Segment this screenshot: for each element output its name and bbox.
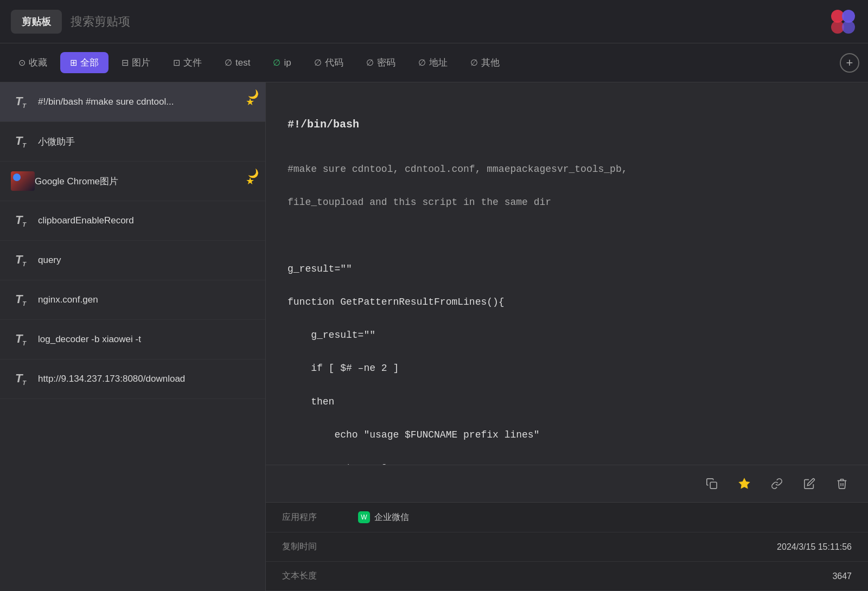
filter-bar: ⊙ 收藏 ⊞ 全部 ⊟ 图片 ⊡ 文件 ∅ test ∅ ip ∅ 代码 ∅ 密…	[0, 43, 868, 82]
list-item[interactable]: TT nginx.conf.gen	[0, 280, 265, 320]
main-area: TT #!/bin/bash #make sure cdntool... ★ 🌙…	[0, 82, 868, 591]
text-type-icon: TT	[11, 330, 30, 349]
code-line-7: function GetPatternResultFromLines(){	[288, 294, 846, 311]
search-input[interactable]	[71, 10, 829, 33]
list-item[interactable]: TT log_decoder -b xiaowei -t	[0, 320, 265, 359]
tab-all[interactable]: ⊞ 全部	[60, 52, 108, 73]
code-line-8: g_result=""	[288, 327, 846, 344]
list-item[interactable]: TT 小微助手	[0, 122, 265, 162]
app-label: 应用程序	[282, 512, 358, 523]
text-type-icon: TT	[11, 250, 30, 270]
clip-item-label: Google Chrome图片	[35, 175, 241, 188]
code-line-4: file_toupload and this script in the sam…	[288, 194, 846, 211]
text-type-icon: TT	[11, 369, 30, 389]
list-item[interactable]: TT #!/bin/bash #make sure cdntool... ★ 🌙	[0, 82, 265, 122]
code-line-11: echo "usage $FUNCNAME prefix lines"	[288, 427, 846, 444]
copy-time-value: 2024/3/15 15:11:56	[358, 542, 852, 552]
code-blank-1	[288, 228, 846, 245]
link-icon-code: ∅	[314, 57, 322, 68]
meta-app-row: 应用程序 W 企业微信	[266, 503, 868, 532]
wechat-work-icon: W	[358, 511, 370, 523]
clip-item-label: query	[38, 255, 254, 266]
svg-point-3	[842, 21, 855, 34]
action-bar	[266, 465, 868, 502]
text-length-value: 3647	[358, 571, 852, 581]
link-icon-password: ∅	[366, 57, 374, 68]
list-item[interactable]: TT query	[0, 241, 265, 280]
svg-marker-5	[739, 479, 749, 488]
app-value-container: W 企业微信	[358, 511, 409, 523]
app-name: 企业微信	[374, 512, 409, 523]
meta-length-row: 文本长度 3647	[266, 562, 868, 591]
header: 剪贴板	[0, 0, 868, 43]
meta-time-row: 复制时间 2024/3/15 15:11:56	[266, 532, 868, 562]
meta-info: 应用程序 W 企业微信 复制时间 2024/3/15 15:11:56 文本长度…	[266, 502, 868, 591]
text-type-icon: TT	[11, 290, 30, 310]
tab-files[interactable]: ⊡ 文件	[163, 52, 212, 73]
file-icon: ⊡	[173, 57, 180, 68]
text-type-icon: TT	[11, 132, 30, 151]
tab-code[interactable]: ∅ 代码	[304, 52, 353, 73]
delete-button[interactable]	[832, 474, 852, 493]
code-line-3: #make sure cdntool, cdntool.conf, mmaepa…	[288, 161, 846, 178]
clip-item-label: clipboardEnableRecord	[38, 215, 254, 226]
logo-button[interactable]: 剪贴板	[11, 10, 62, 34]
text-length-label: 文本长度	[282, 570, 358, 582]
tab-favorites[interactable]: ⊙ 收藏	[9, 52, 57, 73]
link-button[interactable]	[767, 474, 787, 493]
detail-panel: #!/bin/bash #make sure cdntool, cdntool.…	[266, 82, 868, 591]
text-type-icon: TT	[11, 92, 30, 112]
camera-icon: ⊙	[18, 57, 25, 68]
app-logo	[829, 8, 857, 36]
tab-address[interactable]: ∅ 地址	[409, 52, 457, 73]
svg-rect-4	[710, 482, 717, 489]
tab-test[interactable]: ∅ test	[215, 53, 260, 73]
tab-ip[interactable]: ∅ ip	[263, 53, 301, 73]
clip-item-label: #!/bin/bash #make sure cdntool...	[38, 97, 241, 107]
code-line-9: if [ $# –ne 2 ]	[288, 360, 846, 377]
clip-item-label: log_decoder -b xiaowei -t	[38, 334, 254, 345]
add-filter-button[interactable]: +	[840, 53, 859, 73]
link-icon-other: ∅	[470, 57, 478, 68]
text-type-icon: TT	[11, 211, 30, 230]
star-button[interactable]	[735, 474, 754, 493]
copy-button[interactable]	[702, 474, 722, 493]
tab-password[interactable]: ∅ 密码	[356, 52, 405, 73]
code-line-6: g_result=""	[288, 261, 846, 278]
pinned-icon: 🌙	[248, 168, 259, 178]
link-icon-test: ∅	[225, 57, 232, 68]
copy-time-label: 复制时间	[282, 541, 358, 553]
code-preview: #!/bin/bash #make sure cdntool, cdntool.…	[266, 82, 868, 465]
tab-images[interactable]: ⊟ 图片	[112, 52, 160, 73]
clip-list: TT #!/bin/bash #make sure cdntool... ★ 🌙…	[0, 82, 266, 591]
clip-item-label: 小微助手	[38, 136, 254, 148]
list-item[interactable]: TT http://9.134.237.173:8080/download	[0, 359, 265, 399]
tab-other[interactable]: ∅ 其他	[461, 52, 509, 73]
link-icon-address: ∅	[418, 57, 426, 68]
pinned-icon: 🌙	[248, 89, 259, 99]
code-line-10: then	[288, 394, 846, 410]
list-item[interactable]: Google Chrome图片 ★ 🌙	[0, 162, 265, 201]
link-icon-ip: ∅	[273, 57, 280, 68]
code-line-12: return –2	[288, 460, 846, 465]
code-line-1: #!/bin/bash	[288, 115, 846, 134]
edit-button[interactable]	[800, 474, 819, 493]
clip-item-label: http://9.134.237.173:8080/download	[38, 374, 254, 384]
list-item[interactable]: TT clipboardEnableRecord	[0, 201, 265, 241]
clip-item-label: nginx.conf.gen	[38, 294, 254, 305]
grid-icon: ⊞	[70, 57, 77, 68]
thumbnail	[11, 171, 35, 191]
image-icon: ⊟	[122, 57, 129, 68]
